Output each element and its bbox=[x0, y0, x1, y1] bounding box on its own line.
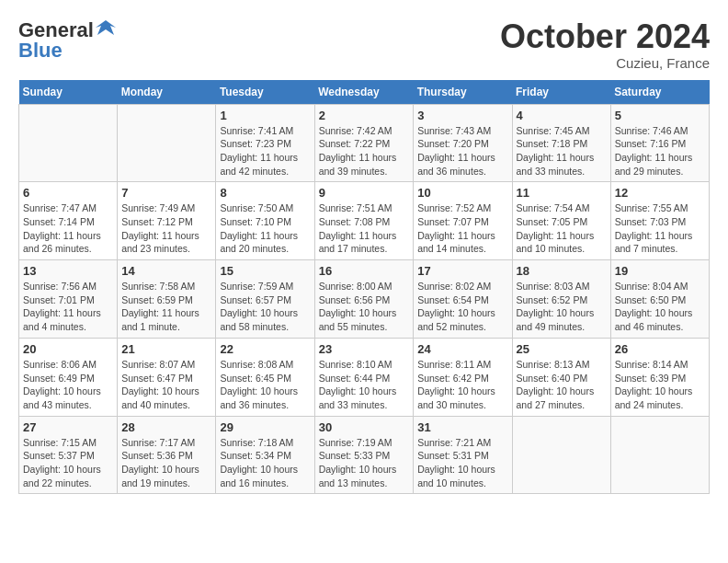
week-row-1: 1Sunrise: 7:41 AMSunset: 7:23 PMDaylight… bbox=[19, 104, 710, 182]
day-info: Sunrise: 8:00 AMSunset: 6:56 PMDaylight:… bbox=[319, 280, 410, 334]
calendar-cell: 23Sunrise: 8:10 AMSunset: 6:44 PMDayligh… bbox=[314, 338, 414, 416]
header-day-wednesday: Wednesday bbox=[314, 80, 414, 105]
day-number: 19 bbox=[615, 264, 705, 278]
day-number: 11 bbox=[517, 186, 607, 200]
day-info: Sunrise: 8:07 AMSunset: 6:47 PMDaylight:… bbox=[121, 358, 211, 412]
day-number: 9 bbox=[319, 186, 410, 200]
day-info: Sunrise: 8:03 AMSunset: 6:52 PMDaylight:… bbox=[517, 280, 607, 334]
day-number: 2 bbox=[319, 109, 410, 122]
calendar-cell: 10Sunrise: 7:52 AMSunset: 7:07 PMDayligh… bbox=[414, 182, 512, 260]
calendar-cell: 25Sunrise: 8:13 AMSunset: 6:40 PMDayligh… bbox=[512, 338, 610, 416]
header-row: SundayMondayTuesdayWednesdayThursdayFrid… bbox=[19, 80, 710, 105]
day-info: Sunrise: 8:04 AMSunset: 6:50 PMDaylight:… bbox=[615, 280, 705, 334]
calendar-cell: 6Sunrise: 7:47 AMSunset: 7:14 PMDaylight… bbox=[19, 182, 118, 260]
day-info: Sunrise: 8:13 AMSunset: 6:40 PMDaylight:… bbox=[517, 358, 607, 412]
day-number: 10 bbox=[417, 186, 507, 200]
day-info: Sunrise: 7:42 AMSunset: 7:22 PMDaylight:… bbox=[319, 124, 410, 178]
logo: General Blue bbox=[18, 18, 116, 63]
day-info: Sunrise: 8:10 AMSunset: 6:44 PMDaylight:… bbox=[319, 358, 410, 412]
calendar-cell: 7Sunrise: 7:49 AMSunset: 7:12 PMDaylight… bbox=[118, 182, 216, 260]
day-info: Sunrise: 8:02 AMSunset: 6:54 PMDaylight:… bbox=[417, 280, 507, 334]
day-number: 16 bbox=[319, 264, 410, 278]
day-number: 13 bbox=[23, 264, 113, 278]
day-info: Sunrise: 7:46 AMSunset: 7:16 PMDaylight:… bbox=[615, 124, 705, 178]
calendar-cell: 31Sunrise: 7:21 AMSunset: 5:31 PMDayligh… bbox=[414, 416, 512, 494]
month-title: October 2024 bbox=[500, 18, 710, 55]
day-info: Sunrise: 7:52 AMSunset: 7:07 PMDaylight:… bbox=[417, 201, 507, 256]
header-day-sunday: Sunday bbox=[19, 80, 118, 105]
calendar-cell: 21Sunrise: 8:07 AMSunset: 6:47 PMDayligh… bbox=[118, 338, 216, 416]
calendar-table: SundayMondayTuesdayWednesdayThursdayFrid… bbox=[18, 80, 710, 495]
day-info: Sunrise: 7:15 AMSunset: 5:37 PMDaylight:… bbox=[23, 436, 113, 490]
title-block: October 2024 Cuzieu, France bbox=[500, 18, 710, 71]
day-info: Sunrise: 7:47 AMSunset: 7:14 PMDaylight:… bbox=[23, 201, 113, 256]
day-number: 18 bbox=[517, 264, 607, 278]
logo-blue-text: Blue bbox=[18, 39, 63, 63]
calendar-cell: 1Sunrise: 7:41 AMSunset: 7:23 PMDaylight… bbox=[216, 104, 314, 182]
day-info: Sunrise: 8:06 AMSunset: 6:49 PMDaylight:… bbox=[23, 358, 113, 412]
calendar-cell bbox=[512, 416, 610, 494]
calendar-cell: 20Sunrise: 8:06 AMSunset: 6:49 PMDayligh… bbox=[19, 338, 118, 416]
week-row-2: 6Sunrise: 7:47 AMSunset: 7:14 PMDaylight… bbox=[19, 182, 710, 260]
week-row-3: 13Sunrise: 7:56 AMSunset: 7:01 PMDayligh… bbox=[19, 260, 710, 339]
calendar-cell: 14Sunrise: 7:58 AMSunset: 6:59 PMDayligh… bbox=[118, 260, 216, 339]
calendar-body: 1Sunrise: 7:41 AMSunset: 7:23 PMDaylight… bbox=[19, 104, 710, 494]
page-header: General Blue October 2024 Cuzieu, France bbox=[18, 18, 710, 71]
day-number: 7 bbox=[121, 186, 211, 200]
day-number: 24 bbox=[417, 342, 507, 356]
calendar-cell: 5Sunrise: 7:46 AMSunset: 7:16 PMDaylight… bbox=[610, 104, 709, 182]
calendar-cell bbox=[19, 104, 118, 182]
calendar-cell: 9Sunrise: 7:51 AMSunset: 7:08 PMDaylight… bbox=[314, 182, 414, 260]
day-number: 8 bbox=[220, 186, 310, 200]
day-info: Sunrise: 7:59 AMSunset: 6:57 PMDaylight:… bbox=[220, 280, 310, 334]
day-number: 3 bbox=[417, 109, 507, 122]
calendar-cell: 2Sunrise: 7:42 AMSunset: 7:22 PMDaylight… bbox=[314, 104, 414, 182]
calendar-cell: 18Sunrise: 8:03 AMSunset: 6:52 PMDayligh… bbox=[512, 260, 610, 339]
day-info: Sunrise: 8:11 AMSunset: 6:42 PMDaylight:… bbox=[417, 358, 507, 412]
calendar-cell: 3Sunrise: 7:43 AMSunset: 7:20 PMDaylight… bbox=[414, 104, 512, 182]
day-number: 21 bbox=[121, 342, 211, 356]
day-number: 22 bbox=[220, 342, 310, 356]
day-number: 17 bbox=[417, 264, 507, 278]
calendar-cell: 28Sunrise: 7:17 AMSunset: 5:36 PMDayligh… bbox=[118, 416, 216, 494]
day-info: Sunrise: 7:17 AMSunset: 5:36 PMDaylight:… bbox=[121, 436, 211, 490]
day-info: Sunrise: 8:14 AMSunset: 6:39 PMDaylight:… bbox=[615, 358, 705, 412]
day-number: 14 bbox=[121, 264, 211, 278]
location-subtitle: Cuzieu, France bbox=[500, 55, 710, 71]
day-number: 1 bbox=[220, 109, 310, 122]
header-day-monday: Monday bbox=[118, 80, 216, 105]
calendar-cell: 11Sunrise: 7:54 AMSunset: 7:05 PMDayligh… bbox=[512, 182, 610, 260]
calendar-cell bbox=[118, 104, 216, 182]
day-number: 28 bbox=[121, 420, 211, 434]
day-number: 26 bbox=[615, 342, 705, 356]
day-info: Sunrise: 7:18 AMSunset: 5:34 PMDaylight:… bbox=[220, 436, 310, 490]
day-info: Sunrise: 7:56 AMSunset: 7:01 PMDaylight:… bbox=[23, 280, 113, 334]
calendar-cell: 22Sunrise: 8:08 AMSunset: 6:45 PMDayligh… bbox=[216, 338, 314, 416]
day-number: 25 bbox=[517, 342, 607, 356]
day-info: Sunrise: 7:45 AMSunset: 7:18 PMDaylight:… bbox=[517, 124, 607, 178]
day-number: 23 bbox=[319, 342, 410, 356]
calendar-cell: 8Sunrise: 7:50 AMSunset: 7:10 PMDaylight… bbox=[216, 182, 314, 260]
week-row-4: 20Sunrise: 8:06 AMSunset: 6:49 PMDayligh… bbox=[19, 338, 710, 416]
day-number: 29 bbox=[220, 420, 310, 434]
calendar-cell: 16Sunrise: 8:00 AMSunset: 6:56 PMDayligh… bbox=[314, 260, 414, 339]
calendar-cell: 27Sunrise: 7:15 AMSunset: 5:37 PMDayligh… bbox=[19, 416, 118, 494]
day-number: 4 bbox=[517, 109, 607, 122]
calendar-cell: 26Sunrise: 8:14 AMSunset: 6:39 PMDayligh… bbox=[610, 338, 709, 416]
day-number: 20 bbox=[23, 342, 113, 356]
day-number: 6 bbox=[23, 186, 113, 200]
day-number: 27 bbox=[23, 420, 113, 434]
header-day-tuesday: Tuesday bbox=[216, 80, 314, 105]
day-info: Sunrise: 7:58 AMSunset: 6:59 PMDaylight:… bbox=[121, 280, 211, 334]
day-number: 5 bbox=[615, 109, 705, 122]
calendar-cell: 17Sunrise: 8:02 AMSunset: 6:54 PMDayligh… bbox=[414, 260, 512, 339]
calendar-cell: 30Sunrise: 7:19 AMSunset: 5:33 PMDayligh… bbox=[314, 416, 414, 494]
day-info: Sunrise: 8:08 AMSunset: 6:45 PMDaylight:… bbox=[220, 358, 310, 412]
day-info: Sunrise: 7:43 AMSunset: 7:20 PMDaylight:… bbox=[417, 124, 507, 178]
calendar-cell: 15Sunrise: 7:59 AMSunset: 6:57 PMDayligh… bbox=[216, 260, 314, 339]
header-day-friday: Friday bbox=[512, 80, 610, 105]
calendar-cell: 4Sunrise: 7:45 AMSunset: 7:18 PMDaylight… bbox=[512, 104, 610, 182]
calendar-header: SundayMondayTuesdayWednesdayThursdayFrid… bbox=[19, 80, 710, 105]
day-number: 30 bbox=[319, 420, 410, 434]
calendar-cell: 24Sunrise: 8:11 AMSunset: 6:42 PMDayligh… bbox=[414, 338, 512, 416]
